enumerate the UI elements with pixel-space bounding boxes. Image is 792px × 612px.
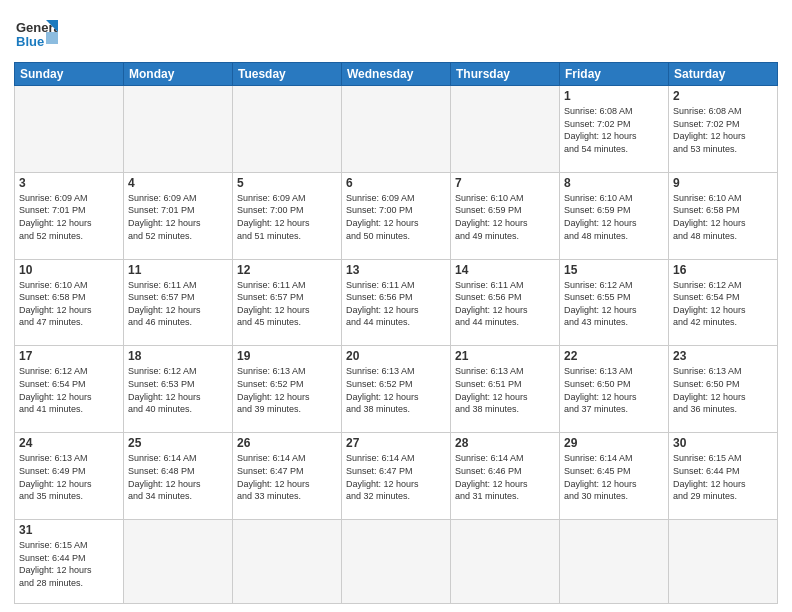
day-number: 14 — [455, 263, 555, 277]
calendar-cell: 30Sunrise: 6:15 AM Sunset: 6:44 PM Dayli… — [669, 433, 778, 520]
day-info: Sunrise: 6:10 AM Sunset: 6:59 PM Dayligh… — [455, 192, 555, 242]
calendar-cell: 22Sunrise: 6:13 AM Sunset: 6:50 PM Dayli… — [560, 346, 669, 433]
weekday-header-wednesday: Wednesday — [342, 63, 451, 86]
calendar-cell: 14Sunrise: 6:11 AM Sunset: 6:56 PM Dayli… — [451, 259, 560, 346]
day-info: Sunrise: 6:13 AM Sunset: 6:49 PM Dayligh… — [19, 452, 119, 502]
day-info: Sunrise: 6:14 AM Sunset: 6:46 PM Dayligh… — [455, 452, 555, 502]
day-info: Sunrise: 6:14 AM Sunset: 6:48 PM Dayligh… — [128, 452, 228, 502]
day-number: 24 — [19, 436, 119, 450]
calendar-cell: 18Sunrise: 6:12 AM Sunset: 6:53 PM Dayli… — [124, 346, 233, 433]
day-info: Sunrise: 6:11 AM Sunset: 6:57 PM Dayligh… — [128, 279, 228, 329]
calendar-cell: 7Sunrise: 6:10 AM Sunset: 6:59 PM Daylig… — [451, 172, 560, 259]
day-info: Sunrise: 6:11 AM Sunset: 6:56 PM Dayligh… — [346, 279, 446, 329]
logo-icon: General Blue — [14, 12, 58, 56]
day-info: Sunrise: 6:13 AM Sunset: 6:52 PM Dayligh… — [346, 365, 446, 415]
calendar-cell: 15Sunrise: 6:12 AM Sunset: 6:55 PM Dayli… — [560, 259, 669, 346]
calendar-cell — [342, 520, 451, 604]
day-number: 25 — [128, 436, 228, 450]
calendar-cell: 13Sunrise: 6:11 AM Sunset: 6:56 PM Dayli… — [342, 259, 451, 346]
calendar-week-row: 24Sunrise: 6:13 AM Sunset: 6:49 PM Dayli… — [15, 433, 778, 520]
day-number: 15 — [564, 263, 664, 277]
day-number: 6 — [346, 176, 446, 190]
calendar-cell — [560, 520, 669, 604]
day-info: Sunrise: 6:13 AM Sunset: 6:52 PM Dayligh… — [237, 365, 337, 415]
day-number: 23 — [673, 349, 773, 363]
calendar-week-row: 17Sunrise: 6:12 AM Sunset: 6:54 PM Dayli… — [15, 346, 778, 433]
weekday-header-thursday: Thursday — [451, 63, 560, 86]
day-info: Sunrise: 6:14 AM Sunset: 6:47 PM Dayligh… — [237, 452, 337, 502]
day-info: Sunrise: 6:15 AM Sunset: 6:44 PM Dayligh… — [19, 539, 119, 589]
day-number: 8 — [564, 176, 664, 190]
day-info: Sunrise: 6:13 AM Sunset: 6:50 PM Dayligh… — [564, 365, 664, 415]
day-info: Sunrise: 6:08 AM Sunset: 7:02 PM Dayligh… — [564, 105, 664, 155]
calendar-cell: 26Sunrise: 6:14 AM Sunset: 6:47 PM Dayli… — [233, 433, 342, 520]
calendar-cell: 6Sunrise: 6:09 AM Sunset: 7:00 PM Daylig… — [342, 172, 451, 259]
calendar-table: SundayMondayTuesdayWednesdayThursdayFrid… — [14, 62, 778, 604]
calendar-cell — [451, 520, 560, 604]
header: General Blue — [14, 12, 778, 56]
calendar-cell: 28Sunrise: 6:14 AM Sunset: 6:46 PM Dayli… — [451, 433, 560, 520]
day-info: Sunrise: 6:09 AM Sunset: 7:01 PM Dayligh… — [128, 192, 228, 242]
day-number: 31 — [19, 523, 119, 537]
day-info: Sunrise: 6:12 AM Sunset: 6:54 PM Dayligh… — [673, 279, 773, 329]
calendar-week-row: 10Sunrise: 6:10 AM Sunset: 6:58 PM Dayli… — [15, 259, 778, 346]
calendar-cell: 9Sunrise: 6:10 AM Sunset: 6:58 PM Daylig… — [669, 172, 778, 259]
day-number: 27 — [346, 436, 446, 450]
day-info: Sunrise: 6:13 AM Sunset: 6:51 PM Dayligh… — [455, 365, 555, 415]
calendar-cell: 10Sunrise: 6:10 AM Sunset: 6:58 PM Dayli… — [15, 259, 124, 346]
calendar-cell: 31Sunrise: 6:15 AM Sunset: 6:44 PM Dayli… — [15, 520, 124, 604]
calendar-cell: 5Sunrise: 6:09 AM Sunset: 7:00 PM Daylig… — [233, 172, 342, 259]
weekday-header-saturday: Saturday — [669, 63, 778, 86]
logo: General Blue — [14, 12, 58, 56]
day-info: Sunrise: 6:10 AM Sunset: 6:58 PM Dayligh… — [19, 279, 119, 329]
day-info: Sunrise: 6:12 AM Sunset: 6:53 PM Dayligh… — [128, 365, 228, 415]
day-number: 1 — [564, 89, 664, 103]
day-info: Sunrise: 6:09 AM Sunset: 7:00 PM Dayligh… — [346, 192, 446, 242]
day-info: Sunrise: 6:14 AM Sunset: 6:47 PM Dayligh… — [346, 452, 446, 502]
day-number: 28 — [455, 436, 555, 450]
day-number: 12 — [237, 263, 337, 277]
day-info: Sunrise: 6:15 AM Sunset: 6:44 PM Dayligh… — [673, 452, 773, 502]
day-info: Sunrise: 6:14 AM Sunset: 6:45 PM Dayligh… — [564, 452, 664, 502]
day-info: Sunrise: 6:09 AM Sunset: 7:01 PM Dayligh… — [19, 192, 119, 242]
day-info: Sunrise: 6:10 AM Sunset: 6:58 PM Dayligh… — [673, 192, 773, 242]
calendar-cell — [233, 86, 342, 173]
calendar-cell — [451, 86, 560, 173]
calendar-cell: 2Sunrise: 6:08 AM Sunset: 7:02 PM Daylig… — [669, 86, 778, 173]
calendar-cell: 12Sunrise: 6:11 AM Sunset: 6:57 PM Dayli… — [233, 259, 342, 346]
calendar-cell: 1Sunrise: 6:08 AM Sunset: 7:02 PM Daylig… — [560, 86, 669, 173]
day-number: 2 — [673, 89, 773, 103]
day-number: 21 — [455, 349, 555, 363]
day-number: 16 — [673, 263, 773, 277]
calendar-cell — [124, 520, 233, 604]
calendar-cell: 17Sunrise: 6:12 AM Sunset: 6:54 PM Dayli… — [15, 346, 124, 433]
day-number: 19 — [237, 349, 337, 363]
day-number: 9 — [673, 176, 773, 190]
day-number: 29 — [564, 436, 664, 450]
day-info: Sunrise: 6:10 AM Sunset: 6:59 PM Dayligh… — [564, 192, 664, 242]
calendar-cell: 27Sunrise: 6:14 AM Sunset: 6:47 PM Dayli… — [342, 433, 451, 520]
day-info: Sunrise: 6:11 AM Sunset: 6:56 PM Dayligh… — [455, 279, 555, 329]
day-info: Sunrise: 6:13 AM Sunset: 6:50 PM Dayligh… — [673, 365, 773, 415]
calendar-week-row: 31Sunrise: 6:15 AM Sunset: 6:44 PM Dayli… — [15, 520, 778, 604]
svg-rect-3 — [46, 32, 58, 44]
weekday-header-row: SundayMondayTuesdayWednesdayThursdayFrid… — [15, 63, 778, 86]
day-info: Sunrise: 6:12 AM Sunset: 6:54 PM Dayligh… — [19, 365, 119, 415]
day-number: 4 — [128, 176, 228, 190]
day-number: 17 — [19, 349, 119, 363]
weekday-header-sunday: Sunday — [15, 63, 124, 86]
calendar-cell — [342, 86, 451, 173]
day-number: 20 — [346, 349, 446, 363]
calendar-cell: 21Sunrise: 6:13 AM Sunset: 6:51 PM Dayli… — [451, 346, 560, 433]
calendar-cell: 24Sunrise: 6:13 AM Sunset: 6:49 PM Dayli… — [15, 433, 124, 520]
day-number: 26 — [237, 436, 337, 450]
svg-text:Blue: Blue — [16, 34, 44, 49]
day-number: 3 — [19, 176, 119, 190]
calendar-week-row: 3Sunrise: 6:09 AM Sunset: 7:01 PM Daylig… — [15, 172, 778, 259]
calendar-cell: 3Sunrise: 6:09 AM Sunset: 7:01 PM Daylig… — [15, 172, 124, 259]
day-number: 5 — [237, 176, 337, 190]
weekday-header-monday: Monday — [124, 63, 233, 86]
calendar-cell: 4Sunrise: 6:09 AM Sunset: 7:01 PM Daylig… — [124, 172, 233, 259]
calendar-cell — [669, 520, 778, 604]
calendar-cell: 25Sunrise: 6:14 AM Sunset: 6:48 PM Dayli… — [124, 433, 233, 520]
